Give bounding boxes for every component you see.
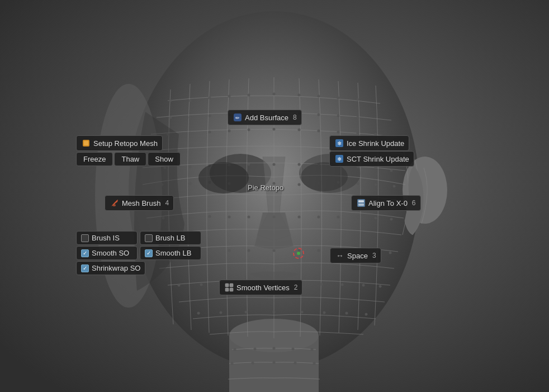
freeze-thaw-show-row: Freeze Thaw Show <box>76 152 181 166</box>
svg-text:✏: ✏ <box>235 115 240 121</box>
cursor-indicator <box>293 248 304 259</box>
svg-rect-132 <box>225 288 229 291</box>
brush-is-check-box[interactable] <box>81 234 89 242</box>
sct-shrink-update-button[interactable]: ❄ SCT Shrink Update <box>329 151 414 167</box>
align-to-x0-button[interactable]: Align To X-0 6 <box>351 195 421 211</box>
ice-shrink-update-button[interactable]: ❄ Ice Shrink Update <box>329 135 409 151</box>
smooth-vertices-grid-icon <box>224 282 234 292</box>
smooth-row: Smooth SO Smooth LB <box>76 246 201 260</box>
space-shortcut: 3 <box>372 252 376 259</box>
add-bsurface-label: Add Bsurface <box>245 114 288 122</box>
svg-text:↔: ↔ <box>336 251 344 260</box>
pen-icon: ✏ <box>233 112 243 122</box>
brush-lb-check-box[interactable] <box>145 234 153 242</box>
mesh-brush-label: Mesh Brush <box>122 199 160 207</box>
smooth-so-label: Smooth SO <box>92 249 129 257</box>
shrinkwrap-so-check-box[interactable] <box>81 265 89 272</box>
align-to-x0-shortcut: 6 <box>412 199 416 207</box>
mesh-brush-button[interactable]: Mesh Brush 4 <box>105 195 174 211</box>
brush-is-checkbox[interactable]: Brush IS <box>76 231 138 245</box>
setup-retopo-label: Setup Retopo Mesh <box>93 139 158 148</box>
freeze-button[interactable]: Freeze <box>76 152 113 166</box>
brush-icon <box>110 198 120 208</box>
sct-shrink-icon: ❄ <box>334 154 344 164</box>
smooth-lb-check-box[interactable] <box>145 249 153 257</box>
align-to-x0-label: Align To X-0 <box>368 199 408 207</box>
smooth-lb-label: Smooth LB <box>155 249 191 257</box>
svg-rect-120 <box>84 141 88 145</box>
ice-shrink-label: Ice Shrink Update <box>347 139 404 148</box>
cube-icon <box>81 138 91 148</box>
add-bsurface-shortcut: 8 <box>293 114 297 121</box>
smooth-vertices-shortcut: 2 <box>294 284 298 291</box>
svg-point-125 <box>112 204 116 206</box>
smooth-lb-checkbox[interactable]: Smooth LB <box>140 246 201 260</box>
setup-retopo-mesh-button[interactable]: Setup Retopo Mesh <box>76 135 163 151</box>
pie-menu-label: Pie Retopo <box>248 183 283 192</box>
align-icon <box>356 198 366 208</box>
svg-rect-127 <box>358 200 364 202</box>
brush-lb-checkbox[interactable]: Brush LB <box>140 231 201 245</box>
smooth-so-check-box[interactable] <box>81 249 89 257</box>
space-button[interactable]: ↔ Space 3 <box>330 248 381 263</box>
smooth-so-checkbox[interactable]: Smooth SO <box>76 246 138 260</box>
shrinkwrap-so-checkbox[interactable]: Shrinkwrap SO <box>76 261 145 275</box>
svg-rect-131 <box>230 284 233 287</box>
thaw-button[interactable]: Thaw <box>114 152 146 166</box>
space-label: Space <box>347 252 368 260</box>
options-checkboxes: Brush IS Brush LB Smooth SO Smooth LB Sh… <box>76 231 201 275</box>
smooth-vertices-label: Smooth Vertices <box>236 284 290 292</box>
space-arrow-icon: ↔ <box>335 251 345 261</box>
brush-row: Brush IS Brush LB <box>76 231 201 245</box>
shrinkwrap-row: Shrinkwrap SO <box>76 261 201 275</box>
svg-text:❄: ❄ <box>337 156 342 162</box>
brush-lb-label: Brush LB <box>155 234 185 242</box>
sct-shrink-label: SCT Shrink Update <box>347 155 409 163</box>
mesh-brush-shortcut: 4 <box>165 199 169 207</box>
show-button[interactable]: Show <box>148 152 181 166</box>
ice-shrink-icon: ❄ <box>334 138 344 148</box>
svg-rect-128 <box>358 204 364 206</box>
svg-rect-130 <box>225 284 229 287</box>
svg-rect-133 <box>230 288 233 291</box>
smooth-vertices-button[interactable]: Smooth Vertices 2 <box>219 280 302 295</box>
shrinkwrap-so-label: Shrinkwrap SO <box>92 264 140 272</box>
add-bsurface-button[interactable]: ✏ Add Bsurface 8 <box>228 110 302 125</box>
svg-text:❄: ❄ <box>337 140 342 147</box>
ui-overlay: Pie Retopo ✏ Add Bsurface 8 Setup Retopo… <box>0 0 549 392</box>
brush-is-label: Brush IS <box>92 234 120 242</box>
